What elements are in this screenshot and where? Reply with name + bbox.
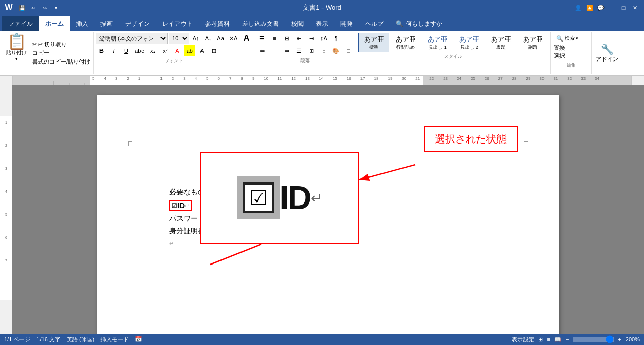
zoom-checkbox: ☑: [243, 182, 274, 213]
font-case-btn[interactable]: Aa: [215, 33, 226, 44]
tab-mailings[interactable]: 差し込み文書: [236, 16, 285, 31]
tab-file[interactable]: ファイル: [2, 16, 39, 31]
editing-group: 🔍 検索 ▾ 置換 選択 編集: [551, 32, 592, 74]
window-title: 文書1 - Word: [303, 3, 341, 12]
word-icon: W: [4, 3, 13, 12]
svg-line-15: [210, 244, 261, 265]
tab-review[interactable]: 校閲: [285, 16, 310, 31]
ribbon-tabs: ファイル ホーム 挿入 描画 デザイン レイアウト 参考資料 差し込み文書 校閲…: [0, 15, 644, 31]
line-spacing-btn[interactable]: ↕: [318, 45, 329, 56]
addin-icon[interactable]: 🔧: [601, 43, 614, 55]
font-color-btn[interactable]: A: [172, 45, 183, 56]
subscript-btn[interactable]: x₂: [147, 45, 158, 56]
tab-layout[interactable]: レイアウト: [156, 16, 199, 31]
italic-btn[interactable]: I: [108, 45, 119, 56]
justify-btn[interactable]: ☰: [293, 45, 305, 56]
ribbon-hide-btn[interactable]: 🔼: [585, 3, 595, 13]
style-standard[interactable]: あア亜 標準: [358, 33, 389, 52]
increase-indent-btn[interactable]: ⇥: [306, 33, 317, 44]
para-mark-empty: ↵: [169, 240, 174, 247]
table-btn[interactable]: ⊞: [306, 45, 317, 56]
restore-btn[interactable]: □: [618, 3, 629, 13]
border-para-btn[interactable]: □: [343, 45, 354, 56]
comment-btn[interactable]: 💬: [596, 3, 606, 13]
zoom-para-mark: ↵: [311, 190, 323, 207]
decrease-indent-btn[interactable]: ⇤: [293, 33, 305, 44]
style-heading1[interactable]: あア亜 見出し 1: [422, 33, 453, 52]
quick-undo-btn[interactable]: ↩: [29, 3, 38, 12]
display-settings[interactable]: 表示設定: [512, 336, 534, 343]
status-bar: 1/1 ページ 1/16 文字 英語 (米国) 挿入モード 📅 表示設定 ⊞ ≡…: [0, 334, 644, 345]
quick-dropdown-btn[interactable]: ▾: [51, 3, 61, 12]
shading-para-btn[interactable]: 🎨: [330, 45, 341, 56]
show-marks-btn[interactable]: ¶: [330, 33, 341, 44]
calendar-icon: 📅: [135, 336, 142, 343]
border-btn[interactable]: ⊞: [209, 45, 220, 56]
view-read-btn[interactable]: 📖: [554, 336, 561, 343]
style-subtitle[interactable]: あア亜 副題: [517, 33, 548, 52]
tab-design[interactable]: デザイン: [119, 16, 156, 31]
tab-search[interactable]: 🔍 何もしますか: [390, 16, 449, 31]
sort-btn[interactable]: ↕A: [318, 33, 329, 44]
tab-insert[interactable]: 挿入: [70, 16, 94, 31]
tab-dev[interactable]: 開発: [334, 16, 359, 31]
bullet-list-btn[interactable]: ☰: [256, 33, 268, 44]
strikethrough-btn[interactable]: abc: [133, 45, 146, 56]
zoom-checkbox-area: ☑: [237, 176, 280, 219]
select-btn[interactable]: 選択: [554, 52, 588, 60]
font-shrink-btn[interactable]: A↓: [203, 33, 214, 44]
zoom-plus-btn[interactable]: +: [618, 336, 621, 342]
app-window: W 💾 ↩ ↪ ▾ 文書1 - Word 👤 🔼 💬 ─ □ ✕ ファイル ホー…: [0, 0, 644, 345]
font-big-btn[interactable]: A: [240, 33, 252, 44]
tab-view[interactable]: 表示: [310, 16, 334, 31]
zoom-slider[interactable]: [573, 337, 614, 342]
font-name-select[interactable]: 游明朝 (本文のフォン: [96, 33, 168, 44]
zoom-out-btn[interactable]: −: [566, 336, 569, 342]
format-copy-btn[interactable]: 書式のコピー/貼り付け: [32, 58, 90, 66]
svg-text:2: 2: [5, 144, 7, 147]
search-box[interactable]: 🔍 検索 ▾: [554, 34, 588, 43]
font-group-label: フォント: [96, 57, 252, 64]
checkbox-id-line[interactable]: ☑ ID ↵: [169, 200, 192, 211]
user-icon[interactable]: 👤: [573, 3, 583, 13]
tab-home[interactable]: ホーム: [39, 16, 70, 31]
page-wrapper: 必要なもの↵ ☑ ID ↵ パスワード↵ 身分証明書↵: [97, 95, 559, 323]
doc-main: 必要なもの↵ ☑ ID ↵ パスワード↵ 身分証明書↵: [12, 85, 644, 334]
align-right-btn[interactable]: ➡: [281, 45, 292, 56]
ribbon: ファイル ホーム 挿入 描画 デザイン レイアウト 参考資料 差し込み文書 校閲…: [0, 15, 644, 76]
align-left-btn[interactable]: ⬅: [256, 45, 268, 56]
paste-button[interactable]: 📋 貼り付け ▾: [3, 33, 30, 73]
highlight-btn[interactable]: ab: [184, 45, 195, 56]
font-size-select[interactable]: 10.5: [169, 33, 189, 44]
view-print-btn[interactable]: ⊞: [538, 336, 543, 343]
quick-save-btn[interactable]: 💾: [17, 3, 27, 12]
bold-btn[interactable]: B: [96, 45, 107, 56]
shading-btn[interactable]: A: [196, 45, 208, 56]
replace-btn[interactable]: 置換: [554, 44, 588, 52]
font-clear-btn[interactable]: ✕A: [227, 33, 239, 44]
tab-draw[interactable]: 描画: [94, 16, 119, 31]
minimize-btn[interactable]: ─: [607, 3, 617, 13]
view-web-btn[interactable]: ≡: [547, 336, 550, 342]
style-title[interactable]: あア亜 表題: [486, 33, 516, 52]
para-row-2: ⬅ ≡ ➡ ☰ ⊞ ↕ 🎨 □: [256, 45, 354, 56]
page-info: 1/1 ページ: [4, 336, 30, 343]
align-center-btn[interactable]: ≡: [269, 45, 280, 56]
tab-help[interactable]: ヘルプ: [359, 16, 390, 31]
close-btn[interactable]: ✕: [630, 3, 640, 13]
quick-redo-btn[interactable]: ↪: [40, 3, 49, 12]
copy-btn[interactable]: コピー: [32, 49, 90, 57]
tab-references[interactable]: 参考資料: [199, 16, 236, 31]
cut-btn[interactable]: ✂✂ 切り取り: [32, 40, 90, 48]
underline-btn[interactable]: U: [120, 45, 132, 56]
multilevel-list-btn[interactable]: ⊞: [281, 33, 292, 44]
style-heading2[interactable]: あア亜 見出し 2: [454, 33, 485, 52]
font-row-1: 游明朝 (本文のフォン 10.5 A↑ A↓ Aa ✕A A: [96, 33, 252, 44]
ruler-side-left: [0, 76, 12, 85]
font-grow-btn[interactable]: A↑: [190, 33, 202, 44]
superscript-btn[interactable]: x²: [159, 45, 171, 56]
style-line-spacing[interactable]: あア亜 行間詰め: [390, 33, 421, 52]
svg-text:6: 6: [5, 236, 7, 239]
numbered-list-btn[interactable]: ≡: [269, 33, 280, 44]
doc-scroll-area: 1 2 3 4 5 6 7 必要なもの↵: [0, 85, 644, 334]
